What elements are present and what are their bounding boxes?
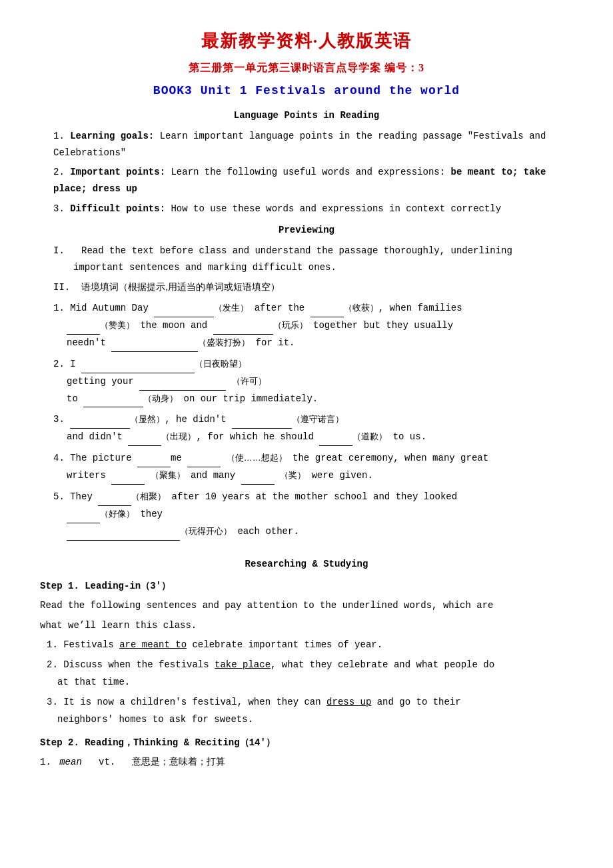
roman-item-2: II. 语境填词（根据提示,用适当的单词或短语填空） bbox=[53, 279, 573, 296]
researching-heading: Researching & Studying bbox=[40, 557, 573, 573]
blank-1-3 bbox=[67, 324, 100, 335]
blank-3-3 bbox=[128, 435, 161, 446]
roman-1: I. bbox=[53, 245, 76, 256]
blank-4-2 bbox=[187, 457, 221, 467]
fill-item-1: 1. Mid Autumn Day （发生） after the （收获）, w… bbox=[53, 300, 573, 352]
sentence-2-cont: at that time. bbox=[47, 674, 573, 691]
language-points-heading: Language Points in Reading bbox=[40, 108, 573, 124]
step1-intro2: what we’ll learn this class. bbox=[40, 617, 573, 634]
list-item: 3. Difficult points: How to use these wo… bbox=[53, 201, 573, 217]
blank-2-2 bbox=[139, 380, 226, 391]
sentence-1-underline: are meant to bbox=[119, 639, 187, 650]
blank-5-3 bbox=[67, 530, 180, 541]
difficult-points-label: Difficult points: bbox=[70, 203, 165, 214]
page-title-book: BOOK3 Unit 1 Festivals around the world bbox=[40, 81, 573, 101]
page-title-sub: 第三册第一单元第三课时语言点导学案 编号：3 bbox=[40, 59, 573, 77]
blank-4-3 bbox=[111, 474, 145, 485]
blank-3-1 bbox=[70, 418, 130, 429]
roman-2: II. bbox=[53, 282, 76, 293]
sentence-2-end: , what they celebrate and what people do bbox=[271, 659, 494, 670]
previewing-heading: Previewing bbox=[40, 223, 573, 239]
step1-sentence-3: 3. It is now a children's festival, when… bbox=[47, 694, 573, 729]
step2-heading: Step 2. Reading，Thinking & Reciting（14'） bbox=[40, 735, 573, 751]
sentence-3-start: 3. It is now a children's festival, when… bbox=[47, 697, 326, 707]
roman-2-text: 语境填词（根据提示,用适当的单词或短语填空） bbox=[81, 281, 280, 292]
blank-1-2 bbox=[310, 307, 344, 317]
important-points-text: Learn the following useful words and exp… bbox=[171, 167, 445, 177]
difficult-points-text: How to use these words and expressions i… bbox=[171, 203, 501, 214]
sentence-3-end: and go to their bbox=[371, 697, 460, 707]
mean-word: mean bbox=[59, 757, 82, 767]
roman-1-text-cont: important sentences and marking difficul… bbox=[53, 259, 573, 276]
sentence-1-end: celebrate important times of year. bbox=[187, 639, 382, 650]
blank-5-1 bbox=[98, 495, 131, 506]
blank-1-5 bbox=[111, 341, 198, 352]
sentence-3-underline: dress up bbox=[326, 697, 371, 707]
sentence-2-start: 2. Discuss when the festivals bbox=[47, 659, 215, 670]
mean-meaning: 意思是；意味着；打算 bbox=[132, 756, 225, 767]
important-points-label: Important points: bbox=[70, 167, 165, 177]
fill-item-2: 2. I （日夜盼望） getting your （许可） to （动身） on… bbox=[53, 356, 573, 408]
fill-item-3: 3. （显然）, he didn't （遵守诺言） and didn't （出现… bbox=[53, 411, 573, 446]
blank-1-4 bbox=[213, 324, 273, 335]
page-title-main: 最新教学资料·人教版英语 bbox=[40, 27, 573, 56]
step1-sentence-2: 2. Discuss when the festivals take place… bbox=[47, 657, 573, 691]
roman-item-1: I. Read the text before class and unders… bbox=[53, 243, 573, 276]
blank-2-1 bbox=[81, 363, 195, 373]
fill-item-4: 4. The picture me （使……想起） the great cere… bbox=[53, 450, 573, 485]
learning-goals-label: Learning goals: bbox=[70, 131, 154, 141]
sentence-3-cont: neighbors' homes to ask for sweets. bbox=[47, 711, 573, 729]
blank-4-4 bbox=[241, 474, 275, 485]
sentence-2-underline: take place bbox=[215, 659, 271, 670]
mean-num: 1. bbox=[40, 757, 51, 767]
blank-3-4 bbox=[319, 435, 352, 446]
roman-1-text: Read the text before class and understan… bbox=[81, 245, 512, 256]
step1-sentence-1: 1. Festivals are meant to celebrate impo… bbox=[47, 637, 573, 654]
step1-heading: Step 1. Leading-in（3'） bbox=[40, 579, 573, 595]
step1-intro: Read the following sentences and pay att… bbox=[40, 597, 573, 615]
mean-entry: 1. mean vt. 意思是；意味着；打算 bbox=[40, 754, 573, 771]
blank-1-1 bbox=[154, 307, 214, 317]
list-item: 2. Important points: Learn the following… bbox=[53, 164, 573, 197]
sentence-1-num: 1. Festivals bbox=[47, 639, 119, 650]
mean-pos: vt. bbox=[99, 757, 115, 767]
list-item: 1. Learning goals: Learn important langu… bbox=[53, 128, 573, 161]
fill-item-5: 5. They （相聚） after 10 years at the mothe… bbox=[53, 489, 573, 541]
blank-2-3 bbox=[83, 397, 143, 407]
blank-3-2 bbox=[232, 418, 292, 429]
blank-5-2 bbox=[67, 513, 100, 523]
blank-4-1 bbox=[137, 457, 171, 467]
